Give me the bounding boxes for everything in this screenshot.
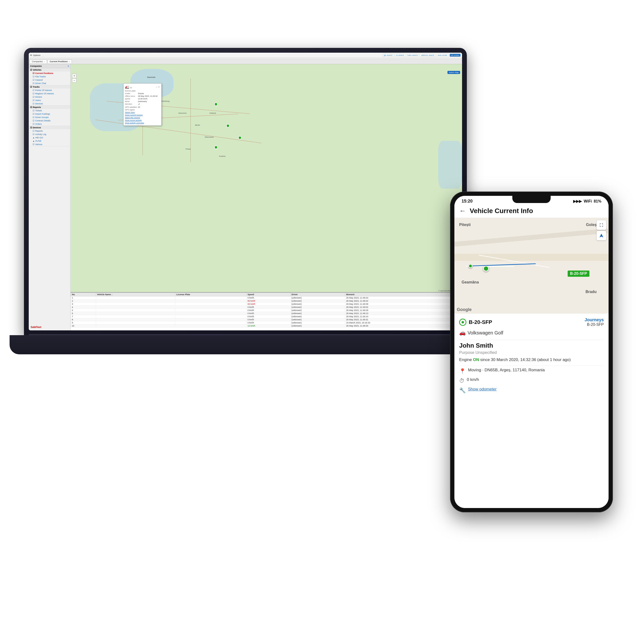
cell-no: 8 [71,318,96,321]
sidebar-item-hei-go[interactable]: ▲HEI-GO [29,136,70,139]
popup-activity-overview-link[interactable]: show activity overview [125,122,160,124]
sidebar-item-points-of-interest[interactable]: ☑Points Of Interest [29,89,70,92]
tab-companies[interactable]: Companies × [30,60,47,63]
sidebar-item-driver-chat[interactable]: ☑Driver Chat [29,82,70,85]
sidebar-item-orders[interactable]: ☑Orders [29,122,70,126]
zoom-out-button[interactable]: − [72,78,76,83]
switch-map-button[interactable]: Switch Map [447,71,460,74]
table-row[interactable]: 8 0 km/h (unknown) 26 May 2023, 11:49:31 [71,318,462,321]
hei-go-icon: ▲ [33,136,35,139]
vehicles-table: No. Vehicle Name ↓ License Plate Speed D… [71,293,462,328]
phone-back-button[interactable]: ← [459,207,466,215]
cell-no: 2 [71,299,96,303]
journeys-link[interactable]: Journeys B-20-SFP [585,317,604,327]
phone-navigate-button[interactable] [597,231,606,240]
table-row[interactable]: 4 0 km/h (unknown) 26 May 2023, 11:30:02 [71,306,462,309]
phone-origin-dot [468,264,473,268]
sidebar-item-users[interactable]: ☑Users [29,99,70,102]
tab-current-positions-close[interactable]: × [69,61,70,63]
odometer-link[interactable]: Show odometer [468,387,497,392]
cell-vehicle [96,299,175,303]
table-row[interactable]: 7 0 km/h (unknown) 26 May 2023, 11:26:10 [71,315,462,318]
cell-driver: (unknown) [290,299,345,303]
sidebar-item-flat-tracks[interactable]: ☑Flat Tracks [29,75,70,78]
table-header-row: No. Vehicle Name ↓ License Plate Speed D… [71,293,462,296]
sidebar-section-vehicles-header[interactable]: ☑ Vehicles [29,68,70,72]
cell-moment: 26 May 2023, 11:49:29 [345,309,462,312]
sidebar-title: Companies [30,65,42,67]
odometer-row: 🔧 Show odometer [459,387,604,394]
cell-plate [175,299,247,303]
sidebar-close[interactable]: × [68,65,69,67]
main-area: Companies × ☑ Vehicles ☑Current P [29,64,462,330]
zoom-controls: + − [72,74,76,83]
table-row[interactable]: 2 00 km/h (unknown) 26 May 2023, 11:49:2… [71,299,462,303]
table-row[interactable]: 1 0 km/h (unknown) 26 May 2023, 11:49:24 [71,296,462,299]
sidebar-item-driver-groups[interactable]: ☑Driver Groups [29,116,70,119]
col-license-plate[interactable]: License Plate [175,293,247,296]
vehicles-section-label: Vehicles [33,69,41,71]
popup-watch-vehicle-link[interactable]: watch this vehicle [125,117,160,119]
table-row[interactable]: 5 0 km/h (unknown) 26 May 2023, 11:49:29 [71,309,462,312]
popup-driver-row: driver (unknown) [125,100,160,102]
vehicle-model-text: Volkswagen Golf [468,330,503,336]
sidebar-item-import-fuelings[interactable]: ☑Import Fuelings [29,112,70,116]
cell-driver: (unknown) [290,309,345,312]
sidebar-item-contract-details[interactable]: ☑Contract Details [29,119,70,122]
reports-section-label: Reports [33,106,41,108]
popup-refresh-icon[interactable]: ⟳ [158,86,160,88]
cell-plate [175,312,247,315]
sidebar-item-dev-reports[interactable]: ☑Reports [29,129,70,133]
cell-plate [175,309,247,312]
table-row[interactable]: 9 0 km/h (unknown) 15 March 2023, 15:16:… [71,321,462,324]
phone-info-section: B-20-SFP Journeys B-20-SFP 🚗 Volkswagen … [454,314,609,508]
popup-model-label: model [125,92,137,95]
popup-offline-label: offline since [125,95,137,97]
map-background: Danmark Hamburg Hannover Berlin Warszawa… [71,64,462,292]
sidebar-item-current-positions[interactable]: ☑Current Positions [29,72,70,75]
sidebar-section-tracks-header[interactable]: ☑ Tracks [29,85,70,89]
sidebar-item-drivers[interactable]: ☑Drivers [29,95,70,99]
sidebar-item-devices[interactable]: ☑Devices [29,102,70,105]
cell-plate [175,306,247,309]
tab-companies-close[interactable]: × [44,61,45,63]
popup-show-journey-link[interactable]: show current journey [125,114,160,116]
cell-driver: (unknown) [290,306,345,309]
cell-vehicle [96,306,175,309]
cell-plate [175,324,247,328]
phone-signal-icon: ▶▶▶ [573,199,582,203]
sidebar-section-reports-header[interactable]: ☑ Reports [29,106,70,109]
reports-section-icon: ☑ [30,106,32,108]
users-icon: ☑ [33,99,34,102]
table-row[interactable]: 3 00 km/h (unknown) 26 May 2023, 11:49:3… [71,303,462,306]
sidebar-item-pltoll[interactable]: ▲PLToll [29,139,70,143]
table-row[interactable]: 6 0 km/h (unknown) 26 May 2023, 11:49:13 [71,312,462,315]
cell-no: 10 [71,324,96,328]
col-driver[interactable]: Driver [290,293,345,296]
popup-truck-icon: 🚛 [125,85,129,89]
popup-street-view-link[interactable]: Street View [125,111,160,113]
phone-time: 15:20 [462,199,473,204]
popup-gps-signal-row: GPS signal [125,109,160,111]
col-vehicle-name[interactable]: Vehicle Name ↓ [96,293,175,296]
popup-close-icon[interactable]: × [156,86,157,88]
cell-speed: 0 km/h [247,306,291,309]
table-row[interactable]: 10 12 km/h (unknown) 26 May 2023, 11:49:… [71,324,462,328]
sidebar-section-devices-header[interactable]: ☑ Devices [29,126,70,129]
col-speed[interactable]: Speed [247,293,291,296]
cell-vehicle [96,303,175,306]
sidebar-item-various[interactable]: ☑Various [29,143,70,146]
phone-expand-button[interactable] [597,220,606,230]
cell-no: 6 [71,312,96,315]
cell-moment: 15 March 2023, 15:16:33 [345,321,462,324]
sidebar-item-activity-log[interactable]: ☑Activity Log [29,133,70,136]
zoom-in-button[interactable]: + [72,74,76,78]
popup-recent-activity-link[interactable]: show recent activity [125,119,160,121]
tab-current-positions[interactable]: Current Positions × [47,60,72,63]
sidebar-item-regions-of-interest[interactable]: ☑Regions Of Interest [29,92,70,95]
cell-plate [175,296,247,299]
sidebar-item-carpool[interactable]: ☑Carpool [29,78,70,82]
sidebar-item-tickets[interactable]: ☑Tickets [29,109,70,112]
tab-current-positions-label: Current Positions [50,60,68,63]
col-moment[interactable]: Moment [345,293,462,296]
